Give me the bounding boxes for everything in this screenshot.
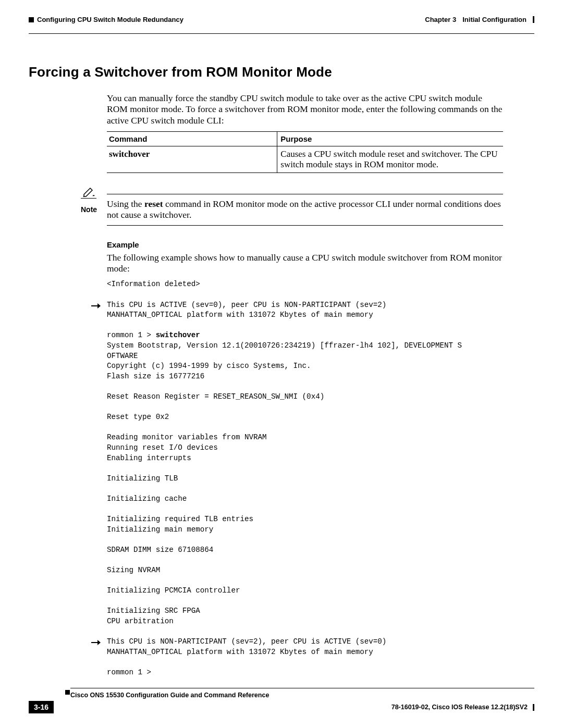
table-cell-command: switchover	[107, 146, 277, 173]
table-header-purpose: Purpose	[277, 132, 503, 146]
code-arrow1: This CPU is ACTIVE (sev=0), peer CPU is …	[107, 300, 386, 320]
code-mid-bold: switchover	[156, 331, 200, 339]
footer-doc-release: 78-16019-02, Cisco IOS Release 12.2(18)S…	[391, 704, 528, 711]
code-tail: rommon 1 >	[107, 668, 151, 676]
note-block: Note Using the reset command in ROM moni…	[81, 194, 503, 226]
code-top: <Information deleted>	[107, 280, 200, 288]
footer-square-icon	[65, 690, 70, 695]
note-text-bold: reset	[144, 199, 163, 209]
example-intro: The following example shows how to manua…	[107, 252, 503, 275]
svg-marker-1	[97, 303, 101, 309]
command-table: Command Purpose switchover Causes a CPU …	[107, 131, 503, 173]
header-bar-icon	[533, 16, 534, 23]
example-heading: Example	[107, 240, 503, 249]
code-block: <Information deleted> This CPU is ACTIVE…	[107, 279, 503, 677]
code-mid-pre: rommon 1 >	[107, 331, 156, 339]
note-pencil-icon	[81, 187, 96, 199]
header-square-icon	[29, 17, 34, 22]
note-text-pre: Using the	[107, 199, 144, 209]
arrow-icon	[91, 637, 107, 647]
note-label: Note	[81, 205, 97, 214]
svg-marker-3	[97, 640, 101, 645]
table-cell-purpose: Causes a CPU switch module reset and swi…	[277, 146, 503, 173]
intro-paragraph: You can manually force the standby CPU s…	[107, 93, 503, 126]
page-footer: Cisco ONS 15530 Configuration Guide and …	[29, 688, 534, 713]
footer-bar-icon	[533, 704, 534, 711]
note-body: Using the reset command in ROM monitor m…	[107, 194, 503, 226]
footer-book-title: Cisco ONS 15530 Configuration Guide and …	[70, 692, 269, 699]
header-chapter-title: Initial Configuration	[462, 16, 527, 23]
code-arrow2: This CPU is NON-PARTICIPANT (sev=2), pee…	[107, 637, 386, 657]
page-number: 3-16	[29, 701, 54, 713]
header-section-title: Configuring CPU Switch Module Redundancy	[37, 16, 183, 23]
table-header-command: Command	[107, 132, 277, 146]
header-chapter-label: Chapter 3	[425, 16, 456, 23]
note-text-post: command in ROM monitor mode on the activ…	[107, 199, 501, 220]
arrow-icon	[91, 300, 107, 310]
page-title: Forcing a Switchover from ROM Monitor Mo…	[29, 64, 534, 80]
table-row: switchover Causes a CPU switch module re…	[107, 146, 503, 173]
header-rule	[29, 33, 534, 34]
code-mid-post: System Bootstrap, Version 12.1(20010726:…	[107, 341, 462, 625]
